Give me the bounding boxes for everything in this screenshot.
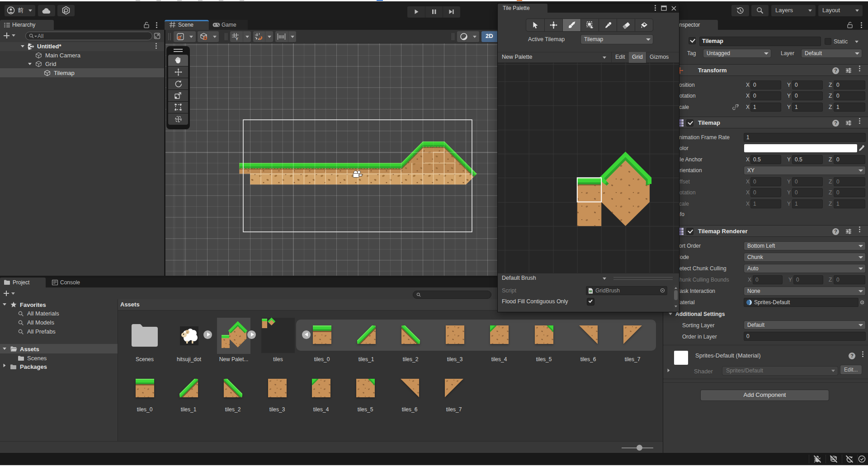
svg-text:Y: Y [236, 37, 238, 41]
